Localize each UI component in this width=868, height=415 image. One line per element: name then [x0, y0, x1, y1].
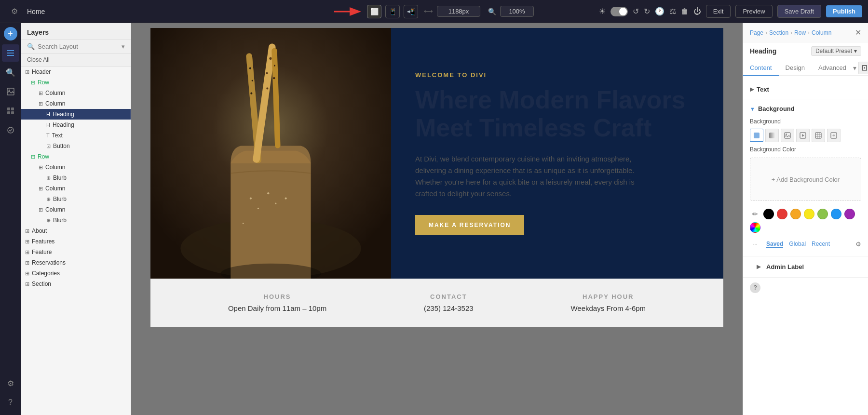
- add-element-button[interactable]: +: [4, 27, 17, 40]
- help-icon[interactable]: ?: [750, 282, 760, 293]
- saved-tab[interactable]: Saved: [766, 241, 783, 248]
- swatch-purple[interactable]: [844, 209, 855, 219]
- publish-button[interactable]: Publish: [826, 5, 862, 17]
- row-icon: ⊟: [31, 80, 35, 86]
- layer-item-col2[interactable]: ⊞ Column: [21, 98, 131, 109]
- breadcrumb-column[interactable]: Column: [812, 29, 831, 36]
- media-icon[interactable]: [2, 83, 19, 100]
- layer-item-col1[interactable]: ⊞ Column: [21, 88, 131, 98]
- layer-item-feature[interactable]: ⊞ Feature: [21, 247, 131, 257]
- layer-item-section[interactable]: ⊞ Section: [21, 279, 131, 289]
- breadcrumb-section[interactable]: Section: [769, 29, 788, 36]
- save-draft-button[interactable]: Save Draft: [777, 5, 821, 18]
- svg-rect-7: [11, 107, 14, 110]
- bg-tab-mask[interactable]: [827, 129, 841, 142]
- expand-panel-button[interactable]: ⊡: [858, 62, 868, 74]
- more-swatches-icon[interactable]: ···: [750, 239, 760, 249]
- help-icon[interactable]: ?: [2, 394, 19, 411]
- layer-item-header[interactable]: ⊞ Header: [21, 67, 131, 77]
- layer-item-row1[interactable]: ⊟ Row: [21, 77, 131, 88]
- tab-arrow-icon[interactable]: ▾: [853, 64, 856, 72]
- tab-design[interactable]: Design: [779, 60, 812, 76]
- power-icon[interactable]: ⏻: [693, 7, 701, 16]
- breadcrumb-page[interactable]: Page: [750, 29, 763, 36]
- layers-search-input[interactable]: [38, 43, 119, 50]
- swatches-settings-icon[interactable]: ⚙: [855, 241, 861, 248]
- layer-label: Categories: [32, 270, 60, 277]
- sun-icon[interactable]: ☀: [599, 7, 606, 16]
- settings-icon[interactable]: ⚙: [6, 3, 23, 20]
- layer-item-col5[interactable]: ⊞ Column: [21, 204, 131, 215]
- bg-tab-video[interactable]: [796, 129, 810, 142]
- canvas[interactable]: WELCOME TO DIVI Where Modern Flavors Mee…: [131, 23, 743, 415]
- settings-icon[interactable]: ⚙: [2, 375, 19, 392]
- layer-item-blurb3[interactable]: ⊕ Blurb: [21, 215, 131, 226]
- swatch-blue[interactable]: [831, 209, 841, 219]
- recent-tab[interactable]: Recent: [812, 241, 830, 247]
- close-all-button[interactable]: Close All: [21, 54, 131, 67]
- exit-button[interactable]: Exit: [706, 5, 731, 18]
- filter-icon[interactable]: ▾: [122, 43, 125, 50]
- swatch-yellow[interactable]: [804, 209, 814, 219]
- swatch-orange[interactable]: [790, 209, 801, 219]
- breadcrumb-row[interactable]: Row: [794, 29, 806, 36]
- layer-item-about[interactable]: ⊞ About: [21, 226, 131, 236]
- cta-button[interactable]: MAKE A RESERVATION: [415, 215, 524, 235]
- tablet-view-button[interactable]: 📱: [385, 5, 400, 18]
- background-section-header[interactable]: ▼ Background: [743, 102, 868, 115]
- right-panel: Page › Section › Row › Column ✕ Heading …: [743, 23, 868, 415]
- bg-tab-pattern[interactable]: [812, 129, 825, 142]
- tab-content[interactable]: Content: [743, 60, 779, 76]
- global-tab[interactable]: Global: [789, 241, 806, 247]
- layer-item-row2[interactable]: ⊟ Row: [21, 151, 131, 162]
- svg-point-26: [258, 208, 259, 209]
- zoom-input[interactable]: [500, 6, 534, 17]
- tab-advanced[interactable]: Advanced: [812, 60, 853, 76]
- woo-icon[interactable]: [2, 121, 19, 139]
- bg-tab-gradient[interactable]: [765, 129, 779, 142]
- layer-item-heading1[interactable]: H Heading: [21, 109, 131, 120]
- layer-item-col4[interactable]: ⊞ Column: [21, 183, 131, 194]
- layer-item-button1[interactable]: ⊡ Button: [21, 141, 131, 151]
- bg-expand-arrow: ▼: [750, 106, 755, 112]
- breadcrumb-sep2: ›: [790, 29, 792, 36]
- main-area: + 🔍 ⚙ ? Layers 🔍 ▾ Close All: [0, 23, 868, 415]
- history-icon[interactable]: 🕐: [655, 7, 665, 16]
- swatch-rainbow[interactable]: [750, 222, 760, 233]
- add-background-color-area[interactable]: + Add Background Color: [750, 158, 861, 201]
- layer-item-blurb2[interactable]: ⊕ Blurb: [21, 194, 131, 204]
- layer-item-heading2[interactable]: H Heading: [21, 120, 131, 130]
- layer-item-text1[interactable]: T Text: [21, 130, 131, 141]
- layer-item-reservations[interactable]: ⊞ Reservations: [21, 257, 131, 268]
- bg-tab-image[interactable]: [781, 129, 794, 142]
- dark-mode-toggle[interactable]: [610, 7, 628, 16]
- desktop-view-button[interactable]: ⬜: [367, 5, 381, 18]
- swatch-black[interactable]: [763, 209, 774, 219]
- undo-icon[interactable]: ↺: [633, 7, 639, 16]
- redo-icon[interactable]: ↻: [644, 7, 650, 16]
- preset-selector[interactable]: Default Preset ▾: [811, 46, 861, 56]
- width-input[interactable]: [437, 6, 480, 17]
- layer-label: Reservations: [32, 259, 66, 266]
- search-icon[interactable]: 🔍: [2, 64, 19, 81]
- layer-item-blurb1[interactable]: ⊕ Blurb: [21, 173, 131, 183]
- bg-tab-color[interactable]: [750, 129, 763, 142]
- layer-item-col3[interactable]: ⊞ Column: [21, 162, 131, 173]
- pen-tool-icon[interactable]: ✏: [750, 209, 760, 219]
- swatch-red[interactable]: [777, 209, 787, 219]
- panel-close-button[interactable]: ✕: [855, 28, 861, 37]
- swatch-green[interactable]: [817, 209, 828, 219]
- layout-icon[interactable]: ⚖: [669, 7, 676, 16]
- layers-icon[interactable]: [2, 44, 19, 62]
- trash-icon[interactable]: 🗑: [681, 7, 689, 16]
- layer-item-categories[interactable]: ⊞ Categories: [21, 268, 131, 279]
- text-section-header[interactable]: ▶ Text: [743, 83, 868, 96]
- layers-search-bar: 🔍 ▾: [21, 40, 131, 54]
- layer-label: Column: [45, 90, 65, 96]
- mobile-view-button[interactable]: 📲: [404, 5, 418, 18]
- layer-item-features[interactable]: ⊞ Features: [21, 236, 131, 247]
- admin-label-header[interactable]: ▶ Admin Label: [750, 260, 861, 273]
- preview-button[interactable]: Preview: [735, 5, 772, 18]
- layout-icon[interactable]: [2, 102, 19, 120]
- layer-label: Text: [52, 132, 63, 139]
